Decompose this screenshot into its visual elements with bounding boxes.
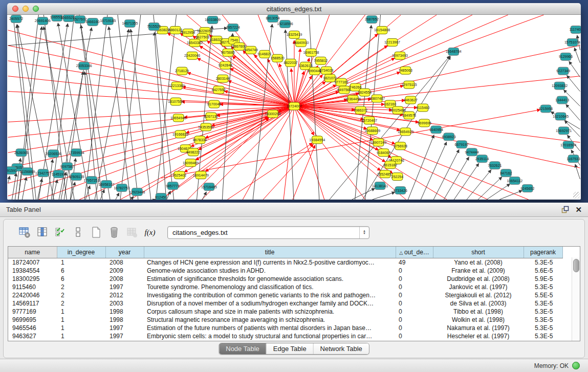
network-node[interactable]: 2526065 <box>14 149 28 157</box>
network-node[interactable]: 8427552 <box>212 86 226 94</box>
cell-short[interactable]: de Silva et al. (2003) <box>433 299 524 308</box>
citation-edge-red[interactable] <box>227 143 312 200</box>
delete-table-icon[interactable] <box>125 226 139 239</box>
network-node[interactable]: 6466160 <box>86 18 100 26</box>
network-node[interactable]: 2405572 <box>9 15 23 23</box>
node-table[interactable]: namein_degreeyeartitle△out_de…shortpager… <box>8 247 563 340</box>
table-row[interactable]: 969969511998Structural magnetic resonanc… <box>8 316 562 324</box>
cell-indeg[interactable]: 2 <box>57 299 105 308</box>
cell-name[interactable]: 9465546 <box>8 324 57 332</box>
network-node[interactable]: 1167533 <box>567 155 580 163</box>
cell-out[interactable]: 49 <box>396 258 433 267</box>
network-node[interactable]: 812450 <box>155 193 167 200</box>
network-node[interactable]: 9227349 <box>556 67 570 75</box>
network-node[interactable]: 8215958 <box>539 105 553 113</box>
cell-indeg[interactable]: 1 <box>57 308 105 316</box>
network-node[interactable]: 7485063 <box>399 67 412 74</box>
network-node[interactable]: 9777169 <box>334 78 348 86</box>
network-node[interactable]: 19166825 <box>172 130 188 138</box>
table-mode-icon[interactable] <box>18 226 31 239</box>
column-header-out-de-[interactable]: △out_de… <box>396 247 433 258</box>
column-chooser-icon[interactable] <box>36 226 49 239</box>
network-node[interactable]: 10654945 <box>170 114 186 122</box>
network-node[interactable]: 10654112 <box>507 177 523 185</box>
network-node[interactable]: 9115460 <box>416 104 430 112</box>
network-node[interactable]: 2718129 <box>175 67 189 75</box>
cell-pr[interactable]: 5.3E-5 <box>524 283 562 291</box>
table-row[interactable]: 1830029562008Estimation of significance … <box>8 275 562 283</box>
citation-edge-black[interactable] <box>467 170 491 200</box>
cell-out[interactable]: 0 <box>396 308 433 316</box>
network-node[interactable]: 9675685 <box>221 49 235 56</box>
cell-title[interactable]: Disruption of a novel member of a sodium… <box>144 299 396 308</box>
cell-out[interactable]: 0 <box>396 267 433 275</box>
cell-short[interactable]: Nakamura et al. (1997) <box>433 324 524 332</box>
cell-short[interactable]: Franke et al. (2009) <box>433 267 524 275</box>
cell-year[interactable]: 1997 <box>105 324 144 332</box>
function-builder-icon[interactable]: f(x) <box>143 226 157 239</box>
network-node[interactable]: 9756928 <box>394 142 407 150</box>
network-node[interactable]: 1824554 <box>358 89 372 96</box>
network-node[interactable]: 12975115 <box>401 81 417 89</box>
cell-out[interactable]: 0 <box>396 291 433 299</box>
network-node[interactable]: 1527602 <box>73 15 87 23</box>
network-node[interactable]: 1849578 <box>402 112 416 119</box>
cell-name[interactable]: 18724007 <box>8 258 57 267</box>
cell-title[interactable]: Embryonic stem cells: a model to study s… <box>144 332 396 340</box>
network-node[interactable]: 2687652 <box>365 15 379 23</box>
network-node[interactable]: 15716485 <box>201 183 217 191</box>
network-node[interactable]: 9242848 <box>219 61 232 69</box>
cell-name[interactable]: 9115460 <box>8 283 57 291</box>
cell-name[interactable]: 9699695 <box>8 316 57 324</box>
network-node[interactable]: 8938923 <box>442 133 456 141</box>
cell-pr[interactable]: 5.3E-5 <box>524 332 562 340</box>
network-node[interactable]: 16640910 <box>293 39 309 47</box>
tab-network-table[interactable]: Network Table <box>314 343 369 354</box>
network-node[interactable]: 847162 <box>500 169 512 177</box>
cell-short[interactable]: Dudbridge et al. (2008) <box>433 275 524 283</box>
cell-title[interactable]: Changes of HCN gene expression and I(f) … <box>144 258 396 267</box>
cell-title[interactable]: Structural magnetic resonance image aver… <box>144 316 396 324</box>
column-header-pagerank[interactable]: pagerank <box>524 247 562 258</box>
cell-short[interactable]: Hescheler et al. (1997) <box>433 332 524 340</box>
network-node[interactable]: 15720407 <box>361 117 377 124</box>
network-node[interactable]: 8912954 <box>181 29 195 36</box>
network-node[interactable]: 15692971 <box>556 127 572 135</box>
network-node[interactable]: 8454749 <box>244 46 258 54</box>
network-node[interactable]: 1640954 <box>429 126 443 134</box>
cell-indeg[interactable]: 1 <box>57 258 105 267</box>
table-row[interactable]: 911546021997Tourette syndrome. Phenomeno… <box>8 283 562 291</box>
citation-edge-black[interactable] <box>444 157 469 200</box>
cell-year[interactable]: 2012 <box>105 291 144 299</box>
network-node[interactable]: 8678334 <box>193 136 207 144</box>
network-node[interactable]: 6679197 <box>455 141 469 148</box>
cell-out[interactable]: 0 <box>396 332 433 340</box>
citation-edge-black[interactable] <box>22 177 26 200</box>
table-header-row[interactable]: namein_degreeyeartitle△out_de…shortpager… <box>8 247 562 258</box>
table-row[interactable]: 1456911722003Disruption of a novel membe… <box>8 299 562 308</box>
network-node[interactable]: 9463627 <box>404 96 418 104</box>
scrollbar-thumb[interactable] <box>573 259 579 272</box>
citation-edge-red[interactable] <box>284 106 294 200</box>
citation-edge-black[interactable] <box>120 15 141 200</box>
network-node[interactable]: 12923448 <box>129 188 145 196</box>
cell-year[interactable]: 1998 <box>105 316 144 324</box>
cell-year[interactable]: 2003 <box>105 299 144 308</box>
citation-edge-black[interactable] <box>8 176 10 183</box>
citation-edge-black[interactable] <box>454 163 479 200</box>
citation-edge-black[interactable] <box>408 135 434 200</box>
table-row[interactable]: 2242004622012Investigating the contribut… <box>8 291 562 299</box>
column-header-name[interactable]: name <box>8 247 57 258</box>
citation-edge-black[interactable] <box>154 15 174 200</box>
network-node[interactable]: 7625402 <box>172 171 186 179</box>
citation-edge-black[interactable] <box>373 192 395 200</box>
citation-edge-black[interactable] <box>574 48 580 63</box>
column-header-in-degree[interactable]: in_degree <box>57 247 105 258</box>
cell-indeg[interactable]: 1 <box>57 324 105 332</box>
network-node[interactable]: 252254 <box>391 173 403 181</box>
network-node[interactable]: 9498222 <box>186 148 200 156</box>
cell-pr[interactable]: 5.3E-5 <box>524 316 562 324</box>
table-row[interactable]: 1872400712008Changes of HCN gene express… <box>8 258 562 267</box>
citation-edge-red[interactable] <box>263 144 313 200</box>
node-table-container[interactable]: namein_degreeyeartitle△out_de…shortpager… <box>8 246 580 341</box>
